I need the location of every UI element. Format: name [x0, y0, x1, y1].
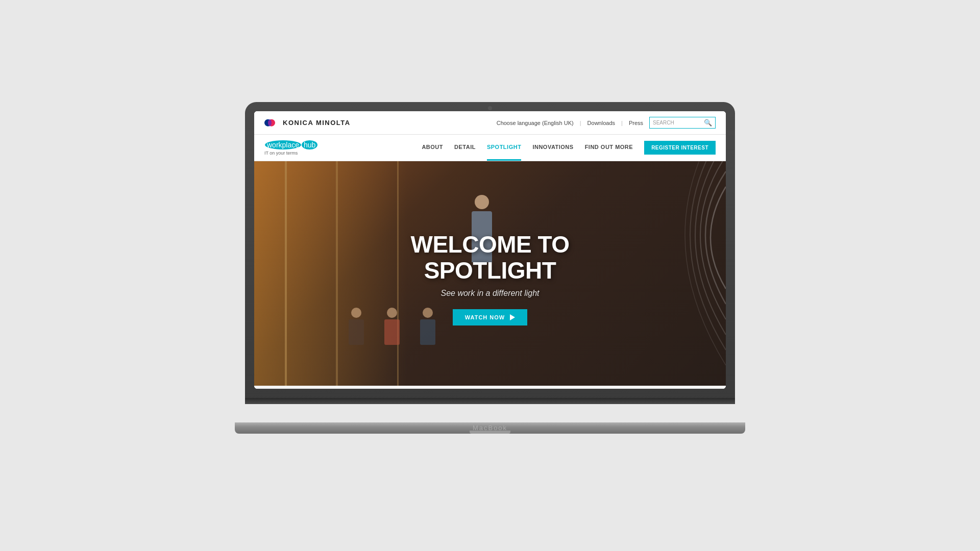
logo-area: KONICA MINOLTA [264, 118, 351, 128]
nav-bar: workplacehub IT on your terms ABOUT DETA… [254, 135, 726, 161]
nav-about[interactable]: ABOUT [422, 135, 443, 161]
konica-minolta-logo-icon [264, 118, 279, 128]
brand-hub-badge: hub [302, 140, 317, 149]
brand-logo: workplacehub IT on your terms [264, 140, 317, 156]
search-box[interactable]: SEARCH 🔍 [649, 117, 716, 129]
macbook-lid: KONICA MINOLTA Choose language (English … [245, 102, 735, 403]
separator-2: | [621, 120, 623, 126]
screen-bezel: KONICA MINOLTA Choose language (English … [254, 111, 726, 389]
hero-title-line2: SPOTLIGHT [424, 257, 556, 284]
brand-name-text: workplace [265, 140, 301, 149]
nav-innovations[interactable]: INNOVATIONS [532, 135, 573, 161]
logo-text: KONICA MINOLTA [283, 119, 351, 127]
search-placeholder-text: SEARCH [653, 120, 704, 126]
top-bar: KONICA MINOLTA Choose language (English … [254, 111, 726, 135]
hero-section: WELCOME TO SPOTLIGHT See work in a diffe… [254, 161, 726, 386]
macbook-scene: KONICA MINOLTA Choose language (English … [235, 102, 745, 449]
nav-find-out-more[interactable]: FIND OUT MORE [585, 135, 633, 161]
nav-spotlight[interactable]: SPOTLIGHT [487, 135, 521, 161]
register-interest-button[interactable]: REGISTER INTEREST [644, 141, 716, 155]
nav-detail[interactable]: DETAIL [454, 135, 476, 161]
language-selector[interactable]: Choose language (English UK) [497, 120, 574, 126]
website: KONICA MINOLTA Choose language (English … [254, 111, 726, 389]
separator-1: | [580, 120, 581, 126]
watch-now-button[interactable]: WATCH NOW [453, 309, 527, 325]
play-icon [510, 314, 515, 320]
svg-point-2 [268, 119, 272, 126]
bottom-bar [254, 386, 726, 389]
brand-tagline: IT on your terms [264, 151, 317, 156]
screen-content: KONICA MINOLTA Choose language (English … [254, 111, 726, 389]
top-bar-right: Choose language (English UK) | Downloads… [497, 117, 716, 129]
press-link[interactable]: Press [629, 120, 643, 126]
hero-subtitle: See work in a different light [441, 289, 540, 298]
macbook-brand-label: MacBook [473, 424, 507, 432]
hero-title-line1: WELCOME TO [410, 231, 569, 258]
camera [488, 106, 492, 110]
nav-items: ABOUT DETAIL SPOTLIGHT INNOVATIONS FIND … [422, 135, 716, 161]
watch-now-label: WATCH NOW [465, 314, 505, 320]
brand-name: workplacehub [264, 140, 317, 149]
downloads-link[interactable]: Downloads [587, 120, 615, 126]
hero-title: WELCOME TO SPOTLIGHT [410, 232, 569, 283]
hero-overlay: WELCOME TO SPOTLIGHT See work in a diffe… [254, 161, 726, 386]
macbook-hinge [245, 398, 735, 404]
search-icon[interactable]: 🔍 [704, 119, 712, 127]
